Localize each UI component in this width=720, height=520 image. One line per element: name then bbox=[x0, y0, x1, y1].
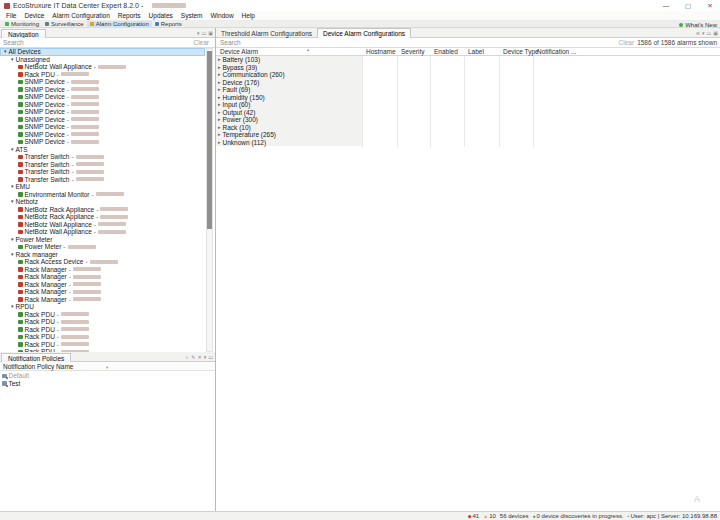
tree-device-rack-pdu[interactable]: Rack PDU- bbox=[0, 333, 205, 341]
tree-group-rack-manager[interactable]: ▾Rack manager bbox=[0, 251, 205, 259]
menu-item-device[interactable]: Device bbox=[20, 11, 48, 21]
tree-group-unassigned[interactable]: ▾Unassigned bbox=[0, 56, 205, 64]
tree-device-snmp-device[interactable]: SNMP Device- bbox=[0, 86, 205, 94]
tree-device-snmp-device[interactable]: SNMP Device- bbox=[0, 131, 205, 139]
menu-item-alarm-configuration[interactable]: Alarm Configuration bbox=[48, 11, 113, 21]
row-expander-icon[interactable]: ▸ bbox=[218, 71, 221, 79]
menu-item-system[interactable]: System bbox=[177, 11, 207, 21]
tree-device-rack-manager[interactable]: Rack Manager- bbox=[0, 296, 205, 304]
maximize-view-icon[interactable]: ▣ bbox=[713, 30, 718, 36]
column-header-notification[interactable]: Notification ... bbox=[537, 48, 576, 56]
tree-device-transfer-switch[interactable]: Transfer Switch- bbox=[0, 168, 205, 176]
alarm-row-output-42[interactable]: ▸Output (42) bbox=[216, 109, 720, 117]
whats-new-link[interactable]: What's New bbox=[679, 21, 717, 28]
tree-device-snmp-device[interactable]: SNMP Device- bbox=[0, 93, 205, 101]
row-expander-icon[interactable]: ▸ bbox=[218, 101, 221, 109]
alarm-row-bypass-39[interactable]: ▸Bypass (39) bbox=[216, 64, 720, 72]
row-expander-icon[interactable]: ▸ bbox=[218, 116, 221, 124]
policy-row-default[interactable]: Default bbox=[0, 372, 215, 380]
tree-device-snmp-device[interactable]: SNMP Device- bbox=[0, 116, 205, 124]
tree-device-rack-pdu[interactable]: Rack PDU- bbox=[0, 318, 205, 326]
row-expander-icon[interactable]: ▸ bbox=[218, 56, 221, 64]
perspective-tab-alarm-configuration[interactable]: Alarm Configuration bbox=[87, 21, 152, 28]
view-menu-icon[interactable]: ▾ bbox=[204, 354, 207, 360]
alarm-row-rack-10[interactable]: ▸Rack (10) bbox=[216, 124, 720, 132]
column-header-hostname[interactable]: Hostname bbox=[366, 48, 396, 56]
tree-device-netbotz-wall-appliance[interactable]: NetBotz Wall Appliance- bbox=[0, 63, 205, 71]
row-expander-icon[interactable]: ▸ bbox=[218, 139, 221, 147]
minimize-view-icon[interactable]: ▭ bbox=[707, 30, 712, 36]
row-expander-icon[interactable]: ▸ bbox=[218, 131, 221, 139]
tree-device-snmp-device[interactable]: SNMP Device- bbox=[0, 78, 205, 86]
row-expander-icon[interactable]: ▸ bbox=[218, 94, 221, 102]
add-policy-icon[interactable]: ＋ bbox=[184, 354, 189, 360]
row-expander-icon[interactable]: ▸ bbox=[218, 79, 221, 87]
maximize-button[interactable]: ▢ bbox=[678, 0, 698, 11]
column-header-device-alarm[interactable]: Device Alarm bbox=[220, 48, 258, 56]
menu-item-updates[interactable]: Updates bbox=[145, 11, 177, 21]
alarm-row-temperature-265[interactable]: ▸Temperature (265) bbox=[216, 131, 720, 139]
alarm-row-communication-260[interactable]: ▸Communication (260) bbox=[216, 71, 720, 79]
tab-threshold-alarm-configurations[interactable]: Threshold Alarm Configurations bbox=[216, 29, 317, 38]
tree-expander-icon[interactable]: ▾ bbox=[11, 146, 14, 154]
row-expander-icon[interactable]: ▸ bbox=[218, 109, 221, 117]
alarm-row-input-60[interactable]: ▸Input (60) bbox=[216, 101, 720, 109]
tree-group-power-meter[interactable]: ▾Power Meter bbox=[0, 236, 205, 244]
tree-device-rack-access-device[interactable]: Rack Access Device- bbox=[0, 258, 205, 266]
tree-device-snmp-device[interactable]: SNMP Device- bbox=[0, 101, 205, 109]
menu-item-reports[interactable]: Reports bbox=[114, 11, 145, 21]
row-expander-icon[interactable]: ▸ bbox=[218, 124, 221, 132]
tree-device-netbotz-rack-appliance[interactable]: NetBotz Rack Appliance- bbox=[0, 206, 205, 214]
close-button[interactable]: ✕ bbox=[700, 0, 720, 11]
tree-device-rack-manager[interactable]: Rack Manager- bbox=[0, 266, 205, 274]
minimize-view-icon[interactable]: ▭ bbox=[208, 354, 213, 360]
sort-ascending-icon[interactable]: ▴ bbox=[307, 47, 309, 52]
perspective-tab-surveillance[interactable]: Surveillance bbox=[42, 21, 87, 28]
tree-expander-icon[interactable]: ▾ bbox=[11, 251, 14, 259]
edit-policy-icon[interactable]: ✎ bbox=[191, 354, 195, 360]
tree-device-transfer-switch[interactable]: Transfer Switch- bbox=[0, 153, 205, 161]
tree-expander-icon[interactable]: ▾ bbox=[11, 56, 14, 64]
tree-device-environmental-monitor[interactable]: Environmental Monitor- bbox=[0, 191, 205, 199]
alarm-row-battery-103[interactable]: ▸Battery (103) bbox=[216, 56, 720, 64]
tree-device-rack-pdu[interactable]: Rack PDU- bbox=[0, 341, 205, 349]
tree-device-netbotz-wall-appliance[interactable]: NetBotz Wall Appliance- bbox=[0, 228, 205, 236]
tree-device-snmp-device[interactable]: SNMP Device- bbox=[0, 138, 205, 146]
menu-item-window[interactable]: Window bbox=[206, 11, 237, 21]
alarm-search-clear-link[interactable]: Clear bbox=[619, 39, 635, 46]
column-header-enabled[interactable]: Enabled bbox=[434, 48, 458, 56]
tree-group-netbotz[interactable]: ▾Netbotz bbox=[0, 198, 205, 206]
tree-device-netbotz-rack-appliance[interactable]: NetBotz Rack Appliance- bbox=[0, 213, 205, 221]
column-header-device-type[interactable]: Device Type bbox=[503, 48, 539, 56]
tree-expander-icon[interactable]: ▾ bbox=[4, 48, 7, 56]
view-menu-icon[interactable]: ▾ bbox=[197, 30, 200, 36]
tree-device-rack-pdu[interactable]: Rack PDU- bbox=[0, 311, 205, 319]
view-menu-icon[interactable]: ▾ bbox=[702, 30, 705, 36]
delete-policy-icon[interactable]: ✕ bbox=[198, 354, 202, 360]
perspective-tab-reports[interactable]: Reports bbox=[152, 21, 185, 28]
alarm-row-humidity-150[interactable]: ▸Humidity (150) bbox=[216, 94, 720, 102]
tree-device-rack-manager[interactable]: Rack Manager- bbox=[0, 281, 205, 289]
tab-navigation[interactable]: Navigation bbox=[1, 29, 46, 38]
tree-device-rack-manager[interactable]: Rack Manager- bbox=[0, 288, 205, 296]
tree-device-transfer-switch[interactable]: Transfer Switch- bbox=[0, 176, 205, 184]
column-header-label[interactable]: Label bbox=[468, 48, 484, 56]
menu-item-file[interactable]: File bbox=[2, 11, 20, 21]
tree-expander-icon[interactable]: ▾ bbox=[11, 183, 14, 191]
column-menu-icon[interactable]: ▾ bbox=[106, 363, 108, 372]
tree-group-ats[interactable]: ▾ATS bbox=[0, 146, 205, 154]
tree-device-snmp-device[interactable]: SNMP Device- bbox=[0, 123, 205, 131]
column-header-severity[interactable]: Severity bbox=[401, 48, 424, 56]
tree-device-transfer-switch[interactable]: Transfer Switch- bbox=[0, 161, 205, 169]
tree-device-rack-pdu[interactable]: Rack PDU- bbox=[0, 326, 205, 334]
tree-group-emu[interactable]: ▾EMU bbox=[0, 183, 205, 191]
alarm-row-fault-69[interactable]: ▸Fault (69) bbox=[216, 86, 720, 94]
policy-row-test[interactable]: Test bbox=[0, 380, 215, 388]
device-tree-scrollbar[interactable] bbox=[206, 48, 213, 352]
tree-device-power-meter[interactable]: Power Meter- bbox=[0, 243, 205, 251]
menu-item-help[interactable]: Help bbox=[238, 11, 259, 21]
alarm-row-power-300[interactable]: ▸Power (300) bbox=[216, 116, 720, 124]
alarm-search-input[interactable]: Search bbox=[220, 38, 241, 48]
alarm-row-unknown-112[interactable]: ▸Unknown (112) bbox=[216, 139, 720, 147]
tree-device-snmp-device[interactable]: SNMP Device- bbox=[0, 108, 205, 116]
